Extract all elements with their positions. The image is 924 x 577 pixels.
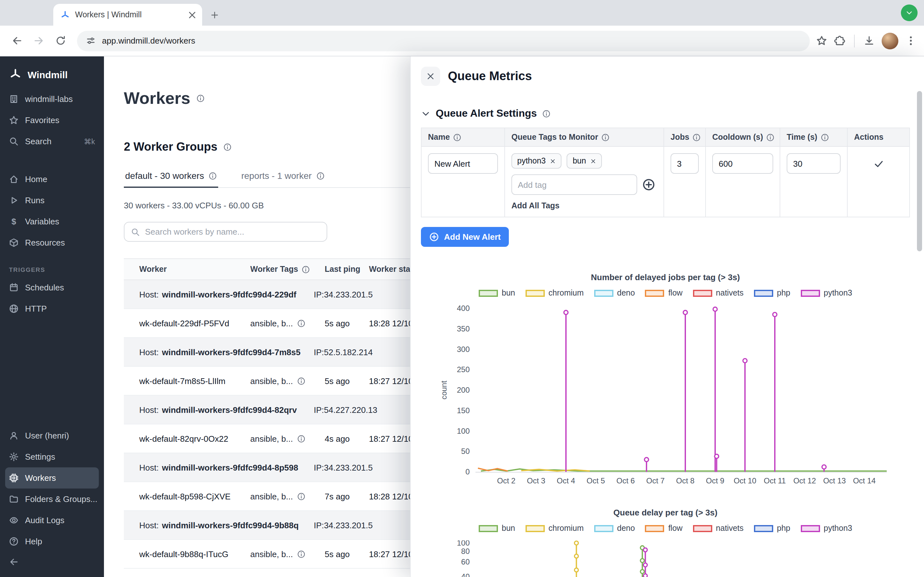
site-settings-icon[interactable] (86, 36, 95, 45)
sidebar-item-settings[interactable]: Settings (0, 446, 104, 467)
info-icon[interactable] (297, 492, 305, 500)
svg-text:Oct 9: Oct 9 (706, 476, 724, 485)
sidebar-item-search[interactable]: Search ⌘k (0, 131, 104, 152)
sidebar-item-home[interactable]: Home (0, 169, 104, 190)
info-icon[interactable] (208, 171, 217, 180)
reload-button[interactable] (50, 31, 71, 51)
legend-php[interactable]: php (754, 524, 790, 533)
alert-column-queue-tags-to-monitor: Queue Tags to Monitor (505, 128, 664, 147)
sidebar-item-schedules[interactable]: Schedules (0, 277, 104, 298)
tag-chip-bun[interactable]: bun (567, 153, 602, 169)
legend-php[interactable]: php (754, 288, 790, 298)
sidebar-item-workers[interactable]: Workers (5, 467, 99, 488)
sidebar-item-user-henri[interactable]: User (henri) (0, 425, 104, 446)
column-header-last-ping[interactable]: Last ping (325, 265, 369, 274)
brand[interactable]: Windmill (0, 63, 104, 89)
sidebar-item-runs[interactable]: Runs (0, 190, 104, 211)
legend-deno[interactable]: deno (594, 524, 635, 533)
confirm-alert-button[interactable] (873, 158, 884, 169)
tab-title: Workers | Windmill (75, 10, 182, 19)
legend-nativets[interactable]: nativets (693, 288, 743, 298)
collapse-sidebar-button[interactable] (0, 552, 104, 577)
legend-nativets[interactable]: nativets (693, 524, 743, 533)
info-icon[interactable] (453, 133, 461, 141)
remove-tag-icon[interactable] (550, 158, 556, 164)
sidebar-item-variables[interactable]: $ Variables (0, 211, 104, 232)
close-drawer-button[interactable] (421, 67, 440, 86)
worker-tags: ansible, b... (250, 549, 325, 559)
time-input[interactable] (787, 153, 841, 174)
jobs-input[interactable] (670, 153, 699, 174)
legend-bun[interactable]: bun (479, 524, 515, 533)
column-header-worker[interactable]: Worker (124, 265, 250, 274)
svg-text:100: 100 (457, 427, 470, 435)
legend-chromium[interactable]: chromium (525, 288, 584, 298)
worker-search[interactable] (124, 222, 327, 242)
info-icon[interactable] (766, 133, 774, 141)
extensions-icon[interactable] (834, 35, 845, 46)
drawer-scrollbar[interactable] (917, 91, 922, 251)
forward-button[interactable] (28, 31, 49, 51)
queue-delay-plot: 100806040 (421, 540, 899, 577)
sidebar-item-folders-groups[interactable]: Folders & Groups... (0, 488, 104, 510)
legend-chromium[interactable]: chromium (525, 524, 584, 533)
alert-name-input[interactable] (428, 153, 498, 174)
add-new-alert-button[interactable]: Add New Alert (421, 227, 509, 247)
tab-default-30-workers[interactable]: default - 30 workers (124, 171, 218, 187)
add-all-tags-button[interactable]: Add All Tags (511, 201, 559, 210)
legend-python3[interactable]: python3 (800, 288, 852, 298)
info-icon[interactable] (297, 550, 305, 558)
sidebar-item-resources[interactable]: Resources (0, 232, 104, 253)
column-header-worker-tags[interactable]: Worker Tags (250, 265, 325, 274)
legend-flow[interactable]: flow (645, 524, 682, 533)
info-icon[interactable] (316, 171, 325, 180)
info-icon[interactable] (297, 434, 305, 443)
sidebar-item-audit-logs[interactable]: Audit Logs (0, 510, 104, 531)
sidebar-item-workspace[interactable]: windmill-labs (0, 89, 104, 110)
info-icon[interactable] (196, 94, 204, 103)
add-tag-button[interactable] (642, 178, 655, 191)
sidebar-item-help[interactable]: Help (0, 531, 104, 552)
tag-chip-python3[interactable]: python3 (511, 153, 562, 169)
browser-update-badge[interactable] (901, 5, 918, 21)
info-icon[interactable] (542, 109, 550, 118)
worker-name: wk-default-229df-P5FVd (124, 318, 250, 328)
worker-name: wk-default-9b88q-ITucG (124, 549, 250, 559)
bookmark-icon[interactable] (816, 35, 827, 46)
browser-tab[interactable]: Workers | Windmill (53, 4, 202, 26)
queue-alert-settings-toggle[interactable]: Queue Alert Settings (421, 108, 910, 119)
tab-reports-1-worker[interactable]: reports - 1 worker (240, 171, 326, 187)
search-input[interactable] (145, 227, 320, 237)
legend-deno[interactable]: deno (594, 288, 635, 298)
worker-name: wk-default-8p598-CjXVE (124, 492, 250, 501)
svg-text:Oct 14: Oct 14 (853, 476, 876, 485)
info-icon[interactable] (821, 133, 829, 141)
info-icon[interactable] (301, 265, 310, 274)
add-tag-input[interactable] (511, 174, 637, 195)
cooldown-input[interactable] (712, 153, 773, 174)
info-icon[interactable] (601, 133, 610, 141)
browser-menu-icon[interactable] (905, 35, 916, 46)
delayed-jobs-plot: 050100150200250300350400Oct 2Oct 3Oct 4O… (421, 305, 899, 496)
new-tab-button[interactable] (206, 6, 223, 23)
svg-text:50: 50 (461, 447, 470, 456)
sidebar-item-http[interactable]: HTTP (0, 298, 104, 319)
avatar[interactable] (882, 32, 898, 49)
alert-column-actions: Actions (848, 128, 909, 147)
downloads-icon[interactable] (864, 35, 875, 46)
alert-column-jobs: Jobs (664, 128, 706, 147)
sidebar-item-favorites[interactable]: Favorites (0, 110, 104, 131)
legend-flow[interactable]: flow (645, 288, 682, 298)
sidebar-group-main: Home Runs $ Variables Resources (0, 169, 104, 253)
address-bar[interactable]: app.windmill.dev/workers (77, 31, 810, 51)
legend-bun[interactable]: bun (479, 288, 515, 298)
info-icon[interactable] (223, 143, 231, 151)
remove-tag-icon[interactable] (591, 158, 596, 164)
legend-python3[interactable]: python3 (800, 524, 852, 533)
info-icon[interactable] (692, 133, 701, 141)
info-icon[interactable] (297, 319, 305, 327)
back-button[interactable] (6, 31, 27, 51)
close-icon (426, 72, 435, 81)
tab-close-icon[interactable] (187, 10, 197, 19)
info-icon[interactable] (297, 377, 305, 385)
